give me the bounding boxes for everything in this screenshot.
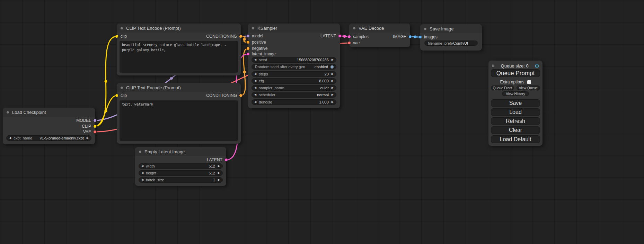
clear-button[interactable]: Clear — [491, 126, 540, 134]
conditioning-output-port[interactable] — [239, 35, 242, 38]
increment-arrow-icon[interactable]: ▶ — [87, 137, 89, 139]
increment-arrow-icon[interactable]: ▶ — [332, 93, 334, 96]
conditioning-output-port[interactable] — [239, 94, 242, 97]
widget-height[interactable]: ◀ height 512 ▶ — [139, 170, 223, 176]
view-queue-button[interactable]: View Queue — [517, 85, 540, 90]
node-save-image[interactable]: Save Image images filename_prefix ComfyU… — [420, 24, 482, 51]
collapse-dot-icon[interactable] — [120, 27, 123, 30]
collapse-dot-icon[interactable] — [6, 111, 9, 114]
collapse-dot-icon[interactable] — [139, 150, 142, 153]
node-clip-text-encode-positive[interactable]: CLIP Text Encode (Prompt) clip CONDITION… — [117, 24, 241, 75]
node-empty-latent-image[interactable]: Empty Latent Image LATENT ◀ width 512 ▶ … — [135, 147, 226, 186]
node-vae-decode[interactable]: VAE Decode samples vae IMAGE — [349, 24, 410, 47]
output-slot-model[interactable]: MODEL — [76, 118, 97, 123]
image-output-port[interactable] — [408, 35, 412, 38]
widget-ckpt-name[interactable]: ◀ ckpt_name v1-5-pruned-emaonly.ckpt ▶ — [6, 135, 91, 141]
prompt-textarea[interactable]: beautiful scenery nature glass bottle la… — [120, 41, 238, 73]
decrement-arrow-icon[interactable]: ◀ — [141, 172, 143, 174]
increment-arrow-icon[interactable]: ▶ — [218, 172, 220, 174]
latent-output-port[interactable] — [338, 34, 342, 38]
output-slot-latent[interactable]: LATENT — [207, 158, 228, 162]
increment-arrow-icon[interactable]: ▶ — [332, 73, 334, 75]
toggle-dot-icon[interactable] — [330, 65, 334, 69]
input-slot-positive[interactable]: positive — [246, 40, 266, 44]
increment-arrow-icon[interactable]: ▶ — [218, 165, 220, 168]
node-title-bar[interactable]: Load Checkpoint — [3, 108, 95, 117]
node-title-bar[interactable]: CLIP Text Encode (Prompt) — [117, 24, 241, 33]
refresh-button[interactable]: Refresh — [491, 117, 540, 125]
queue-front-button[interactable]: Queue Front — [491, 85, 514, 90]
view-history-button[interactable]: View History — [502, 91, 529, 96]
positive-input-port[interactable] — [246, 40, 250, 44]
increment-arrow-icon[interactable]: ▶ — [332, 58, 334, 61]
input-slot-samples[interactable]: samples — [347, 35, 369, 39]
collapse-dot-icon[interactable] — [252, 27, 255, 30]
input-slot-clip[interactable]: clip — [115, 34, 127, 38]
widget-denoise[interactable]: ◀ denoise 1.000 ▶ — [252, 99, 336, 105]
node-load-checkpoint[interactable]: Load Checkpoint MODEL CLIP VAE ◀ ckpt_na… — [3, 108, 95, 144]
output-slot-clip[interactable]: CLIP — [82, 124, 97, 128]
clip-output-port[interactable] — [93, 125, 97, 128]
widget-steps[interactable]: ◀ steps 20 ▶ — [252, 71, 336, 77]
node-title-bar[interactable]: CLIP Text Encode (Prompt) — [117, 83, 241, 92]
output-slot-latent[interactable]: LATENT — [320, 34, 342, 38]
model-output-port[interactable] — [93, 119, 97, 122]
node-ksampler[interactable]: KSampler model positive negative latent_… — [248, 24, 340, 108]
negative-input-port[interactable] — [246, 47, 250, 50]
load-button[interactable]: Load — [491, 108, 540, 116]
input-slot-negative[interactable]: negative — [246, 46, 267, 51]
extra-options-checkbox[interactable] — [527, 80, 531, 84]
increment-arrow-icon[interactable]: ▶ — [332, 80, 334, 82]
node-title-bar[interactable]: Save Image — [420, 24, 482, 33]
decrement-arrow-icon[interactable]: ◀ — [254, 58, 256, 61]
latent-image-input-port[interactable] — [246, 52, 250, 56]
collapse-dot-icon[interactable] — [424, 27, 427, 30]
widget-seed[interactable]: ◀ seed 156680208700286 ▶ — [252, 57, 336, 63]
load-default-button[interactable]: Load Default — [491, 135, 540, 143]
queue-prompt-button[interactable]: Queue Prompt — [491, 69, 540, 77]
vae-output-port[interactable] — [93, 130, 97, 134]
widget-batch-size[interactable]: ◀ batch_size 1 ▶ — [139, 177, 223, 183]
widget-width[interactable]: ◀ width 512 ▶ — [139, 163, 223, 169]
model-input-port[interactable] — [246, 34, 250, 38]
decrement-arrow-icon[interactable]: ◀ — [254, 87, 256, 89]
increment-arrow-icon[interactable]: ▶ — [332, 101, 334, 103]
clip-input-port[interactable] — [115, 35, 118, 38]
collapse-dot-icon[interactable] — [353, 27, 356, 30]
node-title-bar[interactable]: VAE Decode — [349, 24, 410, 33]
node-graph-canvas[interactable]: Load Checkpoint MODEL CLIP VAE ◀ ckpt_na… — [0, 0, 644, 244]
output-slot-vae[interactable]: VAE — [83, 130, 97, 134]
decrement-arrow-icon[interactable]: ◀ — [9, 137, 11, 139]
widget-cfg[interactable]: ◀ cfg 8.000 ▶ — [252, 78, 336, 84]
drag-handle-icon[interactable]: ⠿ — [492, 63, 495, 68]
node-title-bar[interactable]: KSampler — [248, 24, 340, 33]
latent-output-port[interactable] — [224, 158, 228, 162]
widget-scheduler[interactable]: ◀ scheduler normal ▶ — [252, 92, 336, 98]
collapse-dot-icon[interactable] — [120, 86, 123, 89]
output-slot-conditioning[interactable]: CONDITIONING — [206, 34, 242, 38]
input-slot-clip[interactable]: clip — [115, 93, 127, 98]
prompt-textarea[interactable]: text, watermark — [120, 100, 238, 141]
widget-filename-prefix[interactable]: filename_prefix ComfyUI — [424, 40, 478, 46]
save-button[interactable]: Save — [491, 99, 540, 107]
decrement-arrow-icon[interactable]: ◀ — [254, 73, 256, 75]
decrement-arrow-icon[interactable]: ◀ — [254, 93, 256, 96]
vae-input-port[interactable] — [347, 41, 351, 45]
widget-sampler-name[interactable]: ◀ sampler_name euler ▶ — [252, 85, 336, 91]
node-title-bar[interactable]: Empty Latent Image — [135, 147, 226, 156]
decrement-arrow-icon[interactable]: ◀ — [254, 80, 256, 82]
increment-arrow-icon[interactable]: ▶ — [218, 179, 220, 181]
decrement-arrow-icon[interactable]: ◀ — [141, 165, 143, 168]
increment-arrow-icon[interactable]: ▶ — [332, 87, 334, 89]
settings-gear-icon[interactable]: ⚙ — [535, 63, 539, 69]
output-slot-image[interactable]: IMAGE — [393, 35, 412, 39]
decrement-arrow-icon[interactable]: ◀ — [254, 101, 256, 103]
widget-random-seed-toggle[interactable]: Random seed after every gen enabled — [252, 64, 336, 70]
input-slot-latent-image[interactable]: latent_image — [246, 52, 276, 56]
input-slot-vae[interactable]: vae — [347, 41, 360, 45]
clip-input-port[interactable] — [115, 94, 118, 97]
input-slot-model[interactable]: model — [246, 34, 263, 38]
decrement-arrow-icon[interactable]: ◀ — [141, 179, 143, 181]
node-clip-text-encode-negative[interactable]: CLIP Text Encode (Prompt) clip CONDITION… — [117, 83, 241, 144]
input-slot-images[interactable]: images — [418, 35, 438, 39]
